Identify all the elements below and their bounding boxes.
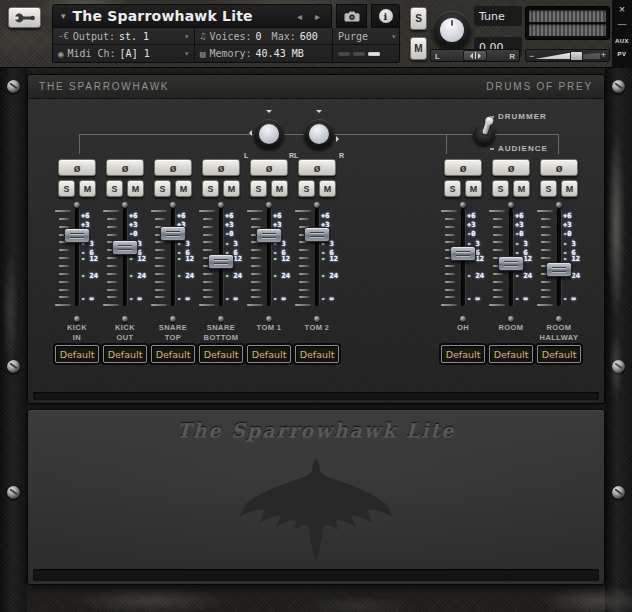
instrument-name-label: THE SPARROWHAWK xyxy=(39,81,169,92)
fader-track[interactable] xyxy=(171,209,175,306)
perspective-toggle[interactable] xyxy=(473,123,495,145)
channel-solo-button[interactable]: S xyxy=(492,180,509,197)
volume-slider[interactable]: − + xyxy=(525,49,610,62)
phase-invert-button[interactable]: ø xyxy=(444,159,482,176)
fader-handle[interactable] xyxy=(160,226,186,241)
channel-mute-button[interactable]: M xyxy=(223,180,240,197)
fader-track[interactable] xyxy=(75,209,79,306)
rack-rail-left xyxy=(0,68,27,612)
prev-instrument-button[interactable]: ◂ xyxy=(294,11,305,22)
phase-invert-button[interactable]: ø xyxy=(202,159,240,176)
fader-track[interactable] xyxy=(315,209,319,306)
default-reset-button[interactable]: Default xyxy=(489,345,533,363)
edit-wrench-button[interactable] xyxy=(8,7,41,28)
channel-solo-button[interactable]: S xyxy=(444,180,461,197)
channel-mute-button[interactable]: M xyxy=(465,180,482,197)
solo-button[interactable]: S xyxy=(410,7,427,30)
screw-icon xyxy=(612,80,625,93)
logo-panel: The Sparrowhawk Lite xyxy=(27,409,605,585)
aux-toggle[interactable]: aux xyxy=(612,38,632,44)
fader-tick xyxy=(155,218,165,220)
channel-mute-button[interactable]: M xyxy=(561,180,578,197)
width-pan-knob-right[interactable]: L R xyxy=(304,119,334,149)
panel-bottom-groove xyxy=(33,569,599,581)
channel-solo-button[interactable]: S xyxy=(540,180,557,197)
fader-track[interactable] xyxy=(123,209,127,306)
info-button[interactable]: i xyxy=(371,4,400,28)
channel-solo-button[interactable]: S xyxy=(202,180,219,197)
fader-tick xyxy=(251,281,261,283)
screw-icon xyxy=(122,202,128,208)
fader-handle[interactable] xyxy=(112,240,138,255)
phase-invert-button[interactable]: ø xyxy=(154,159,192,176)
channel-solo-button[interactable]: S xyxy=(298,180,315,197)
default-reset-button[interactable]: Default xyxy=(247,345,291,363)
fader-scale-label: - 24 xyxy=(129,272,146,280)
default-reset-button[interactable]: Default xyxy=(199,345,243,363)
channel-mute-button[interactable]: M xyxy=(271,180,288,197)
width-pan-knob-left[interactable]: L R xyxy=(254,119,284,149)
midi-channel-select[interactable]: ◉ Midi Ch: [A] 1 ▾ xyxy=(53,45,195,62)
snapshot-camera-button[interactable] xyxy=(336,4,367,28)
phase-invert-button[interactable]: ø xyxy=(58,159,96,176)
fader-tick xyxy=(199,210,215,212)
next-instrument-button[interactable]: ▸ xyxy=(312,11,323,22)
fader-handle[interactable] xyxy=(450,246,476,261)
fader-tick xyxy=(203,218,213,220)
volume-plus-label: + xyxy=(601,50,606,60)
fader-handle[interactable] xyxy=(256,228,282,243)
center-line xyxy=(475,52,476,59)
channel-mute-button[interactable]: M xyxy=(79,180,96,197)
fader-track[interactable] xyxy=(267,209,271,306)
channel-mute-button[interactable]: M xyxy=(175,180,192,197)
default-reset-button[interactable]: Default xyxy=(55,345,99,363)
phase-invert-button[interactable]: ø xyxy=(250,159,288,176)
fader-tick xyxy=(493,273,503,275)
fader-tick xyxy=(445,289,455,291)
pan-slider-handle[interactable] xyxy=(463,50,487,61)
fader-tick xyxy=(299,289,309,291)
fader-tick xyxy=(59,289,69,291)
triangle-down-icon xyxy=(316,110,322,116)
fader-handle[interactable] xyxy=(304,227,330,242)
fader-handle[interactable] xyxy=(64,228,90,243)
close-button[interactable]: × xyxy=(612,3,632,15)
phase-invert-button[interactable]: ø xyxy=(298,159,336,176)
led xyxy=(338,52,350,56)
output-select[interactable]: -€ Output: st. 1 ▾ xyxy=(53,28,195,45)
chevron-down-icon[interactable]: ▾ xyxy=(61,11,66,21)
channel-mute-button[interactable]: M xyxy=(513,180,530,197)
pan-slider[interactable]: L R xyxy=(430,49,520,62)
fader-track[interactable] xyxy=(557,209,561,306)
fader-handle[interactable] xyxy=(498,256,524,271)
channel-mute-button[interactable]: M xyxy=(127,180,144,197)
purge-menu[interactable]: Purge ▾ xyxy=(333,28,401,45)
tune-knob[interactable] xyxy=(433,11,471,49)
purge-status-leds xyxy=(333,45,401,62)
fader-tick xyxy=(155,241,165,243)
default-reset-button[interactable]: Default xyxy=(295,345,339,363)
phase-invert-button[interactable]: ø xyxy=(106,159,144,176)
volume-slider-handle[interactable] xyxy=(570,51,583,61)
fader-tick xyxy=(445,296,455,298)
fader-handle[interactable] xyxy=(546,262,572,277)
default-reset-button[interactable]: Default xyxy=(537,345,581,363)
pv-toggle[interactable]: pv xyxy=(612,51,632,57)
fader-tick xyxy=(299,265,309,267)
channel-solo-button[interactable]: S xyxy=(154,180,171,197)
phase-invert-button[interactable]: ø xyxy=(492,159,530,176)
channel-solo-button[interactable]: S xyxy=(58,180,75,197)
channel-mute-button[interactable]: M xyxy=(319,180,336,197)
fader-scale-label: +6 xyxy=(225,212,233,220)
fader-scale-label: - 24 xyxy=(321,272,338,280)
channel-solo-button[interactable]: S xyxy=(250,180,267,197)
fader-handle[interactable] xyxy=(208,254,234,269)
minimize-button[interactable]: — xyxy=(612,19,632,29)
channel-solo-button[interactable]: S xyxy=(106,180,123,197)
default-reset-button[interactable]: Default xyxy=(441,345,485,363)
mute-button[interactable]: M xyxy=(410,37,427,60)
mixer-panel: THE SPARROWHAWK DRUMS OF PREY L R xyxy=(27,74,605,404)
default-reset-button[interactable]: Default xyxy=(103,345,147,363)
phase-invert-button[interactable]: ø xyxy=(540,159,578,176)
default-reset-button[interactable]: Default xyxy=(151,345,195,363)
